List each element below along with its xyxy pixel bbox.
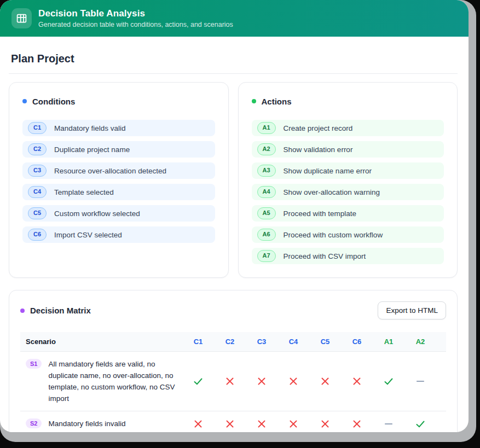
action-item-a5: A5Proceed with template <box>252 205 444 222</box>
decision-matrix-title-row: Decision Matrix <box>20 305 91 316</box>
action-label: Show validation error <box>284 146 353 154</box>
actions-panel: Actions A1Create project recordA2Show va… <box>238 82 458 278</box>
matrix-row-s1: S1All mandatory fields are valid, no dup… <box>20 352 446 411</box>
app-subtitle: Generated decision table with conditions… <box>38 21 233 28</box>
action-item-a2: A2Show validation error <box>252 141 444 158</box>
condition-badge-c1: C1 <box>28 122 47 133</box>
page-background: Decision Table Analysis Generated decisi… <box>0 0 480 448</box>
cross-icon <box>320 419 330 429</box>
action-badge-a5: A5 <box>257 207 276 219</box>
decision-matrix-panel: Decision Matrix Export to HTML ScenarioC… <box>9 290 458 432</box>
matrix-header-row: ScenarioC1C2C3C4C5C6A1A2 <box>20 332 446 352</box>
action-label: Show over-allocation warning <box>284 188 380 196</box>
matrix-cell-s2-c2 <box>214 411 246 433</box>
export-html-button[interactable]: Export to HTML <box>378 301 446 319</box>
cross-icon <box>288 376 298 386</box>
decision-matrix-dot-icon <box>20 309 25 313</box>
matrix-row-s2: S2Mandatory fields invalid <box>20 411 446 433</box>
scenario-cell: S2Mandatory fields invalid <box>20 411 182 433</box>
dash-icon <box>415 376 425 386</box>
matrix-cell-s2-c4 <box>277 411 309 433</box>
condition-badge-c5: C5 <box>28 207 47 219</box>
matrix-column-c6: C6 <box>341 332 373 352</box>
conditions-panel-header: Conditions <box>22 96 215 107</box>
condition-item-c1: C1Mandatory fields valid <box>22 120 215 136</box>
conditions-panel: Conditions C1Mandatory fields validC2Dup… <box>9 82 229 278</box>
check-icon <box>415 419 425 429</box>
cross-icon <box>352 376 362 386</box>
action-label: Proceed with CSV import <box>284 252 366 260</box>
matrix-cell-s1-c5 <box>309 352 341 411</box>
conditions-dot-icon <box>22 99 27 103</box>
action-badge-a2: A2 <box>257 143 276 155</box>
matrix-column-c2: C2 <box>214 332 246 352</box>
condition-badge-c6: C6 <box>28 229 47 240</box>
condition-label: Resource over-allocation detected <box>54 167 166 175</box>
condition-item-c6: C6Import CSV selected <box>22 226 215 243</box>
matrix-cell-s2-c3 <box>246 411 277 433</box>
check-icon <box>384 376 394 386</box>
action-item-a6: A6Proceed with custom workflow <box>252 226 444 243</box>
matrix-cell-s2-c5 <box>309 411 341 433</box>
condition-label: Import CSV selected <box>54 231 122 239</box>
actions-panel-header: Actions <box>252 96 444 107</box>
action-badge-a4: A4 <box>257 186 276 197</box>
cross-icon <box>257 376 267 386</box>
scenario-cell: S1All mandatory fields are valid, no dup… <box>20 352 182 411</box>
condition-item-c4: C4Template selected <box>22 184 215 200</box>
actions-list: A1Create project recordA2Show validation… <box>252 120 444 264</box>
cross-icon <box>320 376 330 386</box>
matrix-cell-s1-c4 <box>277 352 309 411</box>
action-label: Show duplicate name error <box>284 167 372 175</box>
condition-label: Mandatory fields valid <box>54 124 126 132</box>
matrix-column-a2: A2 <box>404 332 436 352</box>
action-badge-a3: A3 <box>257 165 276 176</box>
matrix-column-c1: C1 <box>182 332 214 352</box>
matrix-column-c4: C4 <box>277 332 309 352</box>
app-window: Decision Table Analysis Generated decisi… <box>0 0 469 432</box>
app-header-titles: Decision Table Analysis Generated decisi… <box>38 8 233 28</box>
actions-dot-icon <box>252 99 256 103</box>
cross-icon <box>288 419 298 429</box>
matrix-cell-s1-a1 <box>373 352 404 411</box>
action-label: Create project record <box>284 124 353 132</box>
conditions-title: Conditions <box>32 97 75 106</box>
main-content: Plan Project Conditions C1Mandatory fiel… <box>0 53 469 432</box>
condition-badge-c2: C2 <box>28 143 47 155</box>
condition-label: Duplicate project name <box>54 146 130 154</box>
action-item-a7: A7Proceed with CSV import <box>252 248 444 264</box>
cross-icon <box>257 419 267 429</box>
matrix-cell-s2-a1 <box>373 411 404 433</box>
condition-label: Template selected <box>54 188 114 196</box>
app-title: Decision Table Analysis <box>38 8 233 19</box>
matrix-cell-s1-c2 <box>214 352 246 411</box>
check-icon <box>193 376 203 386</box>
matrix-cell-s1-c1 <box>182 352 214 411</box>
matrix-cell-s2-a2 <box>404 411 436 433</box>
action-label: Proceed with template <box>284 210 357 218</box>
action-badge-a1: A1 <box>257 122 276 133</box>
matrix-column-a1: A1 <box>373 332 404 352</box>
condition-item-c2: C2Duplicate project name <box>22 141 215 158</box>
actions-title: Actions <box>262 97 292 106</box>
matrix-column-filler <box>436 332 446 352</box>
action-item-a3: A3Show duplicate name error <box>252 162 444 179</box>
action-item-a1: A1Create project record <box>252 120 444 136</box>
cross-icon <box>225 419 235 429</box>
scenario-badge-s1: S1 <box>26 359 42 369</box>
condition-badge-c3: C3 <box>28 165 47 176</box>
matrix-column-c5: C5 <box>309 332 341 352</box>
matrix-cell-s1-a2 <box>404 352 436 411</box>
cross-icon <box>225 376 235 386</box>
matrix-column-c3: C3 <box>246 332 277 352</box>
condition-label: Custom workflow selected <box>54 210 140 218</box>
page-title: Plan Project <box>11 53 458 65</box>
matrix-column-scenario: Scenario <box>20 332 182 352</box>
action-badge-a6: A6 <box>257 229 276 240</box>
matrix-cell-s2-c1 <box>182 411 214 433</box>
divider <box>9 73 458 74</box>
scenario-description: All mandatory fields are valid, no dupli… <box>48 358 182 404</box>
matrix-cell-s1-c3 <box>246 352 277 411</box>
scenario-description: Mandatory fields invalid <box>48 418 125 429</box>
conditions-list: C1Mandatory fields validC2Duplicate proj… <box>22 120 215 243</box>
